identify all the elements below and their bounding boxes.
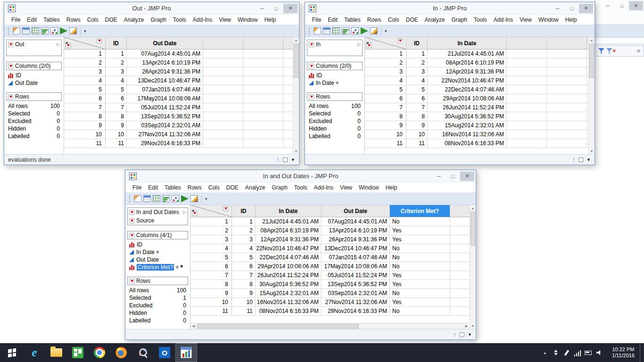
updown-icon[interactable] [552,349,560,356]
empty-cell[interactable] [283,85,293,94]
empty-cell[interactable] [450,217,470,226]
menu-addins[interactable]: Add-Ins [190,16,215,24]
menu-rows[interactable]: Rows [63,16,84,24]
vertical-scrollbar[interactable]: ▲ ▼ [470,205,476,329]
empty-cell[interactable] [507,58,547,67]
cell[interactable]: 12Apr2014 9:31:36 PM [256,235,322,244]
empty-cell[interactable] [203,76,243,85]
cell[interactable]: 7 [232,271,256,280]
row-stat[interactable]: Labelled0 [308,132,362,140]
cell[interactable]: 22Nov2014 10:46:47 PM [428,76,507,85]
menu-help[interactable]: Help [562,16,580,24]
empty-cell[interactable] [547,67,587,76]
cell[interactable]: 29Apr2014 10:08:06 AM [256,262,322,271]
empty-cell[interactable] [450,298,470,307]
cell[interactable]: 21Jul2014 4:45:01 AM [256,217,322,226]
cell[interactable]: 7 [106,103,127,112]
cell[interactable]: 08Nov2014 6:16:33 PM [428,139,507,148]
cell[interactable]: Yes [390,226,450,235]
column-header[interactable]: Out Date [322,205,390,217]
empty-cell[interactable] [547,103,587,112]
menu-edit[interactable]: Edit [24,16,40,24]
cell[interactable]: 15Aug2014 2:32:01 AM [256,289,322,298]
cell[interactable]: 17May2014 10:08:06 AM [127,94,203,103]
column-header[interactable]: ID [106,37,127,49]
cell[interactable]: 27Nov2014 11:32:06 AM [127,130,203,139]
search-taskbar-button[interactable] [132,343,154,362]
empty-cell[interactable] [283,121,293,130]
menu-cols[interactable]: Cols [84,16,102,24]
empty-cell[interactable] [507,76,547,85]
empty-cell[interactable] [450,262,470,271]
cell[interactable]: 17May2014 10:08:06 AM [322,262,390,271]
scrollbar-thumb[interactable] [294,44,298,78]
jmp-taskbar-button[interactable] [175,343,197,362]
red-triangle-icon[interactable] [129,233,134,238]
battery-icon[interactable] [585,349,592,356]
cell[interactable]: 07Aug2014 4:45:01 AM [322,217,390,226]
cell[interactable]: 10 [106,130,127,139]
cell[interactable]: 3 [232,235,256,244]
menu-window[interactable]: Window [535,16,562,24]
cell[interactable]: 30Aug2014 5:36:52 PM [428,112,507,121]
menu-view[interactable]: View [516,16,535,24]
empty-cell[interactable] [283,130,293,139]
empty-cell[interactable] [450,235,470,244]
table-name-row[interactable]: Out ▷ [7,40,61,49]
empty-cell[interactable] [547,49,587,58]
close-button[interactable]: ✕ [283,4,297,13]
row-stat[interactable]: Excluded0 [308,117,362,125]
cell[interactable]: 29Apr2014 10:08:06 AM [428,94,507,103]
minimize-button[interactable]: ─ [551,4,565,13]
empty-cell[interactable] [243,112,283,121]
menu-tools[interactable]: Tools [291,183,311,192]
cell[interactable]: 6 [232,262,256,271]
menu-cols[interactable]: Cols [205,183,223,192]
checkbox-icon[interactable] [460,332,464,337]
menu-addins[interactable]: Add-Ins [490,16,516,24]
minimize-button[interactable]: ─ [601,1,615,10]
column-item[interactable]: In Date+ [128,248,188,256]
journal-icon[interactable] [13,27,20,34]
collapse-panel-icon[interactable]: ◀ [191,209,194,213]
cell[interactable]: 07Aug2014 4:45:01 AM [127,49,203,58]
row-number[interactable]: 2 [365,58,406,67]
bar-chart-icon[interactable] [162,195,170,202]
menu-tables[interactable]: Tables [341,16,364,24]
scroll-top-icon[interactable]: ↑ [454,331,457,338]
cell[interactable]: 11 [232,307,256,316]
column-item[interactable]: Out Date [128,256,188,263]
cell[interactable]: 9 [406,121,428,130]
cell[interactable]: 9 [106,121,127,130]
menu-rows[interactable]: Rows [364,16,385,24]
row-number[interactable]: 6 [365,94,406,103]
row-number[interactable]: 3 [365,67,406,76]
menu-tables[interactable]: Tables [40,16,63,24]
cell[interactable]: 08Apr2014 6:10:19 PM [428,58,507,67]
menu-help[interactable]: Help [261,16,280,24]
data-table-icon[interactable] [22,27,30,34]
column-header[interactable]: Out Date [127,37,203,49]
chrome-taskbar-button[interactable] [89,343,110,362]
pen-icon[interactable] [563,349,570,356]
minimize-button[interactable]: ─ [432,172,446,181]
row-stat[interactable]: Hidden0 [128,309,187,317]
title-bar[interactable]: In - JMP Pro ─ □ ✕ [305,2,594,15]
empty-cell[interactable] [203,121,243,130]
row-number[interactable]: 2 [64,58,106,67]
cell[interactable]: 6 [406,94,428,103]
cell[interactable]: 10 [232,298,256,307]
scrollbar-thumb[interactable] [589,44,594,78]
collapse-panel-icon[interactable]: ◀ [65,41,67,45]
scroll-right-icon[interactable]: ▶ [463,324,470,328]
columns-menu-icon[interactable] [397,38,403,43]
cell[interactable]: No [390,307,450,316]
hidden-icons-icon[interactable] [541,349,549,356]
cell[interactable]: 4 [106,76,127,85]
taskbar-clock[interactable]: 10:22 PM 1/11/2016 [612,346,635,359]
cell[interactable]: Yes [390,235,450,244]
row-stat[interactable]: Labelled0 [128,317,187,324]
empty-cell[interactable] [547,112,587,121]
toolbar-grip[interactable] [309,27,310,35]
row-number[interactable]: 6 [64,94,106,103]
